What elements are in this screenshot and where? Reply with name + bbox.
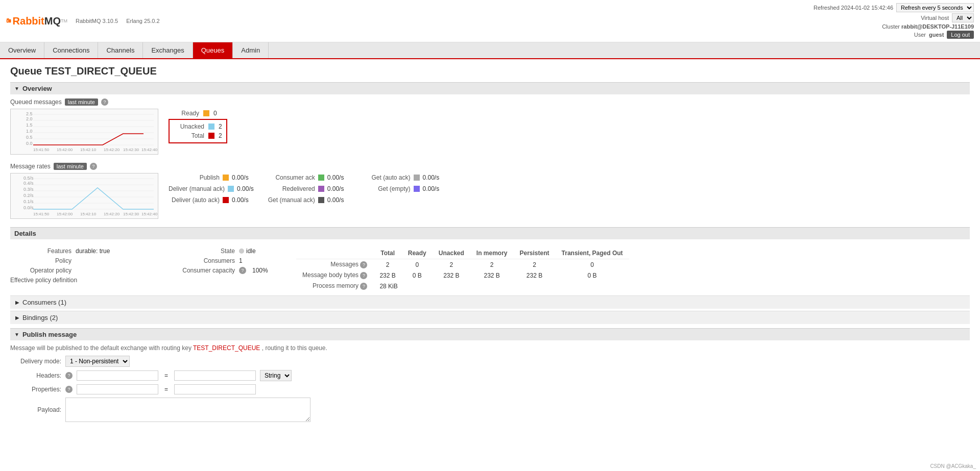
messages-row-label: Messages ? (296, 259, 373, 270)
message-rates-label: Message rates (10, 163, 51, 170)
deliver-auto-value: 0.00/s (232, 196, 249, 204)
redelivered-color (318, 186, 324, 192)
col-unacked: Unacked (433, 247, 470, 259)
publish-value: 0.00/s (232, 174, 249, 181)
deliver-auto-label: Deliver (auto ack) (169, 196, 220, 204)
consumer-ack-value: 0.00/s (327, 174, 344, 181)
publish-section-label: Publish message (22, 331, 77, 338)
payload-textarea[interactable] (65, 398, 310, 422)
overview-triangle: ▼ (14, 86, 19, 91)
consumer-capacity-row: Consumer capacity ? 100% (174, 267, 276, 274)
payload-row: Payload: (10, 398, 970, 422)
delivery-mode-select[interactable]: 1 - Non-persistent (65, 356, 130, 367)
nav-queues[interactable]: Queues (193, 42, 233, 58)
msg-body-total: 232 B (373, 270, 401, 281)
ready-label: Ready (169, 110, 199, 117)
publish-section-header[interactable]: ▼ Publish message (10, 328, 970, 340)
nav-exchanges[interactable]: Exchanges (143, 42, 193, 58)
get-manual-color (318, 197, 324, 203)
svg-text:15:42:40: 15:42:40 (141, 212, 158, 216)
details-left-col: Features durable: true Policy Operator p… (10, 247, 153, 291)
svg-text:15:42:40: 15:42:40 (141, 147, 158, 152)
user-row: User guest Log out (914, 31, 974, 39)
queued-time-range-button[interactable]: last minute (65, 98, 98, 106)
bindings-header[interactable]: ▶ Bindings (2) (10, 311, 970, 324)
logo-tm-text: TM (61, 18, 67, 23)
refresh-row: Refreshed 2024-01-02 15:42:46 Refresh ev… (814, 3, 974, 12)
messages-row: Messages ? 2 0 2 2 2 0 (296, 259, 629, 270)
message-rates-subsection: Message rates last minute ? 0.5/s 0.4/s … (10, 163, 970, 219)
cluster-row: Cluster rabbit@DESKTOP-J11E109 (882, 23, 974, 30)
publish-routing-key-link[interactable]: TEST_DIRECT_QUEUE (193, 344, 260, 352)
queued-help-icon[interactable]: ? (101, 98, 108, 106)
col-blank (296, 247, 373, 259)
get-empty-value: 0.00/s (423, 185, 440, 192)
queued-chart-row: 2.5 2.0 1.5 1.0 0.5 0.0 15:41: (10, 109, 970, 155)
logout-button[interactable]: Log out (947, 31, 974, 39)
redelivered-rate-item: Redelivered 0.00/s (264, 184, 349, 193)
deliver-manual-rate-item: Deliver (manual ack) 0.00/s (169, 184, 254, 193)
top-right: Refreshed 2024-01-02 15:42:46 Refresh ev… (814, 3, 974, 39)
headers-key-input[interactable] (77, 370, 158, 381)
state-dot (239, 249, 244, 254)
refresh-select[interactable]: Refresh every 5 seconds (896, 3, 974, 12)
total-stat-row: Total 2 (174, 131, 222, 140)
properties-help-icon[interactable]: ? (65, 386, 73, 393)
effective-policy-row: Effective policy definition (10, 277, 153, 284)
rates-help-icon[interactable]: ? (90, 163, 97, 170)
headers-type-select[interactable]: String (260, 370, 292, 381)
queued-messages-label-row: Queued messages last minute ? (10, 98, 970, 106)
msg-body-unacked: 232 B (433, 270, 470, 281)
user-label: User (914, 32, 926, 38)
message-rates-label-row: Message rates last minute ? (10, 163, 970, 170)
state-key: State (174, 247, 235, 255)
refreshed-label: Refreshed 2024-01-02 15:42:46 (814, 5, 893, 11)
policy-key: Policy (10, 257, 71, 264)
rates-col1: Publish 0.00/s Deliver (manual ack) 0.00… (169, 173, 254, 205)
redelivered-label: Redelivered (264, 185, 315, 192)
svg-text:15:42:30: 15:42:30 (123, 212, 139, 216)
msg-body-help[interactable]: ? (360, 272, 367, 279)
headers-help-icon[interactable]: ? (65, 372, 73, 379)
properties-val-input[interactable] (174, 384, 256, 394)
messages-help[interactable]: ? (360, 261, 367, 268)
consumers-label: Consumers (1) (22, 299, 66, 306)
nav-admin[interactable]: Admin (233, 42, 269, 58)
ready-color-box (203, 110, 209, 116)
publish-note: Message will be published to the default… (10, 344, 970, 352)
publish-color (223, 175, 229, 181)
nav-channels[interactable]: Channels (98, 42, 143, 58)
get-manual-rate-item: Get (manual ack) 0.00/s (264, 195, 349, 205)
rates-col3: Get (auto ack) 0.00/s Get (empty) 0.00/s (360, 173, 445, 205)
rates-time-range-button[interactable]: last minute (54, 163, 87, 170)
get-auto-rate-item: Get (auto ack) 0.00/s (360, 173, 445, 182)
svg-text:0.0: 0.0 (26, 141, 33, 146)
vhost-select[interactable]: All (952, 13, 974, 22)
effective-policy-key: Effective policy definition (10, 277, 77, 284)
svg-rect-4 (9, 19, 11, 22)
get-empty-color (414, 186, 420, 192)
get-empty-rate-item: Get (empty) 0.00/s (360, 184, 445, 193)
properties-key-input[interactable] (77, 384, 158, 394)
get-auto-color (414, 175, 420, 181)
overview-section-header[interactable]: ▼ Overview (10, 82, 970, 94)
consumers-header[interactable]: ▶ Consumers (1) (10, 295, 970, 309)
process-memory-help[interactable]: ? (360, 283, 367, 290)
svg-text:15:42:10: 15:42:10 (80, 147, 97, 152)
user-value: guest (929, 32, 944, 38)
consumers-section: ▶ Consumers (1) (10, 295, 970, 309)
rabbit-icon (6, 13, 13, 29)
nav-connections[interactable]: Connections (44, 42, 98, 58)
publish-rate-item: Publish 0.00/s (169, 173, 254, 182)
headers-val-input[interactable] (174, 370, 256, 381)
svg-text:0.3/s: 0.3/s (23, 187, 34, 192)
cluster-label: Cluster (882, 23, 900, 30)
operator-policy-key: Operator policy (10, 267, 71, 274)
col-in-memory: In memory (470, 247, 514, 259)
consumer-capacity-help[interactable]: ? (239, 267, 246, 274)
page-content: Queue TEST_DIRECT_QUEUE ▼ Overview Queue… (0, 59, 980, 431)
logo: RabbitMQTM (6, 13, 67, 29)
nav-overview[interactable]: Overview (0, 42, 44, 58)
highlight-box: Unacked 2 Total 2 (169, 119, 227, 143)
vhost-label: Virtual host (921, 15, 949, 21)
